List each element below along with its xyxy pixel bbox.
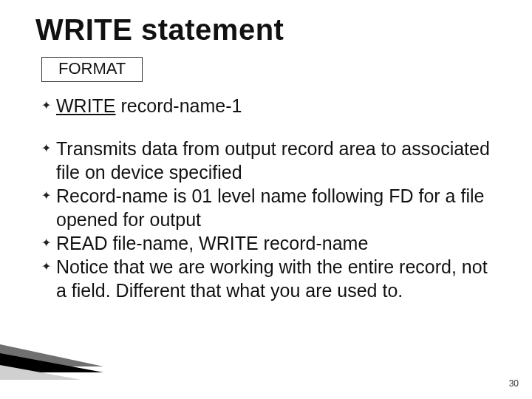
svg-marker-2	[0, 365, 81, 380]
svg-marker-1	[0, 353, 103, 372]
bullet-text: Record-name is 01 level name following F…	[56, 184, 502, 231]
syntax-line: ✦ WRITE record-name-1	[41, 94, 502, 117]
list-item: ✦ Transmits data from output record area…	[41, 137, 502, 184]
list-item: ✦ Notice that we are working with the en…	[41, 255, 502, 302]
slide-content: ✦ WRITE record-name-1 ✦ Transmits data f…	[35, 94, 502, 302]
list-item: ✦ Record-name is 01 level name following…	[41, 184, 502, 231]
bullet-text: Transmits data from output record area t…	[56, 137, 502, 184]
bullet-text: Notice that we are working with the enti…	[56, 255, 502, 302]
slide-title: WRITE statement	[35, 13, 502, 47]
bullet-icon: ✦	[41, 231, 56, 255]
slide: WRITE statement FORMAT ✦ WRITE record-na…	[0, 0, 532, 399]
list-item: ✦ READ file-name, WRITE record-name	[41, 231, 502, 255]
bullet-icon: ✦	[41, 184, 56, 231]
decorative-wedge	[0, 344, 103, 380]
page-number: 30	[509, 378, 519, 389]
svg-marker-0	[0, 344, 103, 366]
bullet-text: READ file-name, WRITE record-name	[56, 231, 502, 255]
syntax-keyword: WRITE	[56, 95, 116, 116]
bullet-icon: ✦	[41, 255, 56, 302]
bullet-icon: ✦	[41, 94, 56, 117]
syntax-rest: record-name-1	[116, 95, 242, 116]
format-box: FORMAT	[41, 57, 143, 82]
bullet-icon: ✦	[41, 137, 56, 184]
syntax-text: WRITE record-name-1	[56, 94, 502, 117]
